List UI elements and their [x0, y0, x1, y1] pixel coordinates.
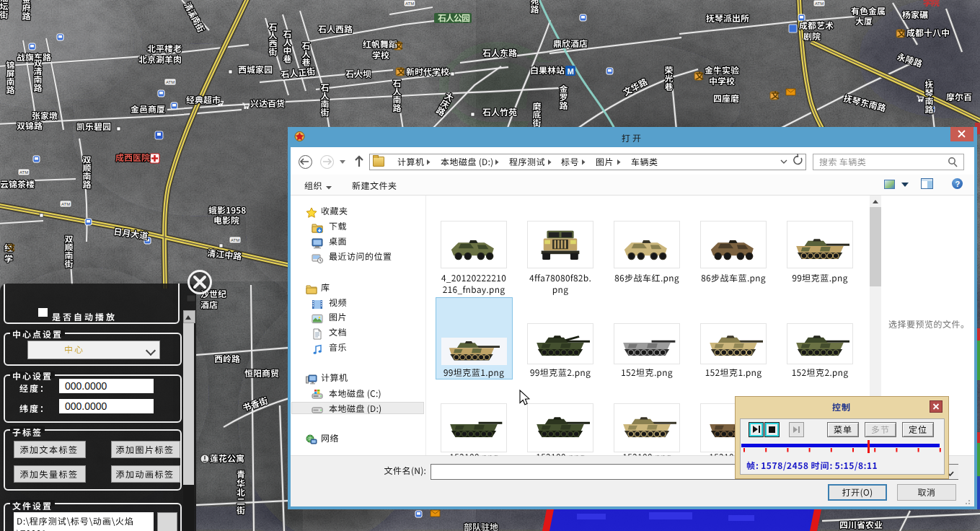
- svg-text:ATM: ATM: [61, 202, 70, 206]
- svg-text:ATM: ATM: [405, 1, 414, 6]
- svg-text:ATM: ATM: [815, 1, 824, 6]
- svg-text:ATM: ATM: [231, 238, 239, 242]
- svg-text:ATM: ATM: [19, 170, 28, 175]
- svg-text:ATM: ATM: [166, 80, 175, 84]
- svg-text:M: M: [568, 67, 574, 76]
